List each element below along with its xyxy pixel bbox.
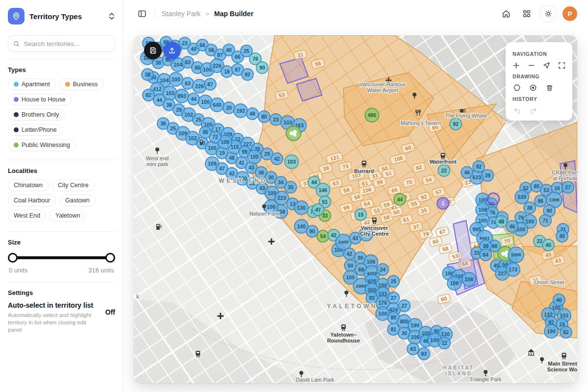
territory-marker[interactable]: 92 [450, 118, 462, 130]
territory-cluster-marker[interactable] [286, 126, 301, 141]
redo-button[interactable] [529, 106, 538, 115]
territory-marker[interactable]: 495 [365, 108, 379, 122]
territory-marker[interactable]: 39 [482, 170, 493, 181]
territory-marker[interactable]: 23 [270, 114, 282, 125]
territory-marker[interactable]: 48 [495, 216, 507, 227]
app-icon[interactable] [8, 8, 24, 24]
search-input[interactable] [24, 40, 110, 48]
territory-marker[interactable]: 80 [258, 111, 270, 122]
territory-marker[interactable]: 893 [175, 89, 189, 103]
panel-switcher-button[interactable] [108, 12, 115, 20]
territory-marker[interactable]: 63 [407, 343, 419, 355]
territory-marker[interactable]: 50 [344, 260, 356, 271]
undo-button[interactable] [513, 106, 521, 115]
territory-marker[interactable]: 1 [437, 197, 449, 209]
delete-button[interactable] [545, 83, 554, 92]
locality-chip-city-centre[interactable]: City Centre [52, 179, 95, 191]
territory-marker[interactable]: 83 [418, 348, 430, 360]
territory-marker[interactable]: 27 [388, 292, 399, 304]
avatar[interactable]: P [563, 6, 577, 21]
territory-marker[interactable]: 46 [461, 167, 473, 178]
setting-toggle[interactable]: Off [105, 308, 115, 316]
breadcrumb-parent[interactable]: Stanley Park [162, 10, 200, 18]
territory-marker[interactable]: 42 [271, 153, 283, 165]
size-slider-track[interactable] [10, 256, 113, 259]
locality-chip-chinatown[interactable]: Chinatown [8, 179, 49, 191]
territory-marker[interactable]: 81 [388, 323, 399, 335]
zoom-in-button[interactable] [513, 61, 520, 70]
territory-marker[interactable]: 71 [539, 215, 551, 226]
territory-marker[interactable]: 45 [556, 230, 568, 242]
type-chip-apartment[interactable]: Apartment [8, 78, 56, 90]
size-slider-max-handle[interactable] [105, 253, 115, 263]
sidebar-toggle-button[interactable] [135, 6, 149, 21]
territory-marker[interactable]: 640 [210, 98, 224, 112]
territory-marker[interactable]: 18 [221, 66, 233, 77]
type-chip-house-to-house[interactable]: House to House [8, 94, 72, 105]
type-chip-brothers-only[interactable]: Brothers Only [8, 109, 65, 121]
type-chip-letter-phone[interactable]: Letter/Phone [8, 124, 63, 136]
territory-marker[interactable]: 87 [204, 78, 216, 90]
territory-marker-outline[interactable] [488, 193, 499, 205]
territory-marker[interactable]: 539 [515, 190, 529, 204]
save-map-button[interactable] [144, 42, 162, 59]
territory-marker[interactable]: 46 [506, 220, 518, 232]
territory-marker[interactable]: 2400 [336, 234, 351, 250]
locality-chip-west-end[interactable]: West End [8, 210, 46, 221]
locality-chip-coal-harbour[interactable]: Coal Harbour [8, 195, 56, 206]
territory-marker[interactable]: 40 [553, 294, 565, 306]
territory-marker[interactable]: 35 [285, 181, 296, 193]
draw-polygon-button[interactable] [513, 83, 521, 92]
fullscreen-button[interactable] [558, 61, 565, 70]
territory-marker[interactable]: 40 [542, 239, 554, 251]
territory-number-tag[interactable]: 58 [439, 244, 452, 254]
territory-marker[interactable]: 27 [562, 181, 574, 193]
territory-marker[interactable]: 108 [462, 272, 476, 286]
territory-marker[interactable]: 47 [312, 204, 324, 216]
territory-marker[interactable]: 103 [285, 155, 298, 169]
territory-marker[interactable]: 82 [560, 326, 572, 338]
territory-marker[interactable]: 1006 [508, 247, 524, 263]
territory-marker[interactable]: 100 [169, 73, 183, 86]
home-button[interactable] [499, 6, 514, 21]
territory-marker[interactable]: 146 [316, 183, 330, 197]
territory-marker[interactable]: 84 [480, 249, 491, 261]
territory-marker[interactable]: 12 [439, 337, 450, 349]
territory-marker[interactable]: 38 [524, 202, 536, 214]
territory-marker[interactable]: 54 [317, 230, 329, 242]
territory-marker[interactable]: 20 [223, 102, 235, 114]
territory-marker[interactable]: 24 [377, 264, 389, 275]
territory-marker[interactable]: 25 [388, 275, 399, 287]
upload-button[interactable] [163, 42, 181, 59]
territory-marker[interactable]: 100 [247, 150, 261, 164]
territory-marker[interactable]: 130 [294, 201, 308, 215]
territory-marker[interactable]: 22 [438, 165, 450, 176]
territory-marker[interactable]: 27 [398, 300, 410, 312]
territory-marker[interactable]: 90 [306, 225, 318, 237]
territory-number-tag[interactable]: 67 [436, 226, 449, 237]
territory-marker[interactable]: 92 [473, 161, 485, 172]
territory-marker[interactable]: 48 [246, 108, 258, 120]
theme-toggle-button[interactable] [540, 5, 557, 22]
territory-marker[interactable]: 86 [535, 195, 546, 207]
territory-marker[interactable]: 90 [256, 62, 268, 74]
territory-marker[interactable]: 38 [142, 69, 153, 80]
zoom-out-button[interactable] [528, 61, 536, 70]
territory-marker[interactable]: 82 [143, 89, 154, 101]
territory-marker[interactable]: 100 [447, 276, 461, 290]
territory-marker[interactable]: 63 [182, 77, 194, 89]
territory-marker[interactable]: 192 [234, 104, 247, 118]
territory-marker[interactable]: 44 [188, 93, 199, 105]
locality-chip-gastown[interactable]: Gastown [59, 195, 95, 206]
territory-marker[interactable]: 95 [199, 126, 211, 138]
locality-chip-yaletown[interactable]: Yaletown [49, 210, 86, 221]
apps-button[interactable] [519, 6, 534, 21]
locate-button[interactable] [543, 61, 551, 70]
draw-point-button[interactable] [529, 83, 538, 92]
territory-marker[interactable]: 190 [544, 324, 558, 338]
territory-marker[interactable]: 15 [355, 209, 367, 220]
size-slider-min-handle[interactable] [8, 253, 18, 263]
territory-marker[interactable]: 44 [394, 194, 406, 205]
territory-marker[interactable]: 173 [506, 263, 520, 276]
type-chip-business[interactable]: Business [59, 78, 104, 90]
